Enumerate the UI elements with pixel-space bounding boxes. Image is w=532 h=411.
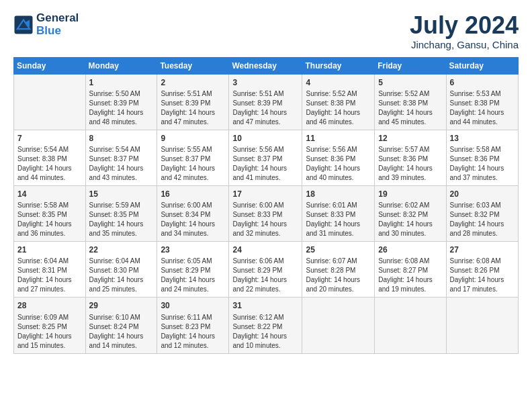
day-info: Sunrise: 6:00 AM Sunset: 8:34 PM Dayligh… bbox=[161, 201, 225, 238]
day-cell: 5Sunrise: 5:52 AM Sunset: 8:38 PM Daylig… bbox=[375, 74, 446, 130]
day-info: Sunrise: 5:51 AM Sunset: 8:39 PM Dayligh… bbox=[232, 89, 298, 127]
day-info: Sunrise: 6:10 AM Sunset: 8:24 PM Dayligh… bbox=[89, 313, 154, 351]
logo-line1: General bbox=[36, 12, 79, 25]
day-number: 10 bbox=[232, 133, 298, 144]
day-info: Sunrise: 6:02 AM Sunset: 8:32 PM Dayligh… bbox=[378, 201, 442, 238]
day-cell: 8Sunrise: 5:54 AM Sunset: 8:37 PM Daylig… bbox=[85, 130, 157, 185]
day-info: Sunrise: 5:52 AM Sunset: 8:38 PM Dayligh… bbox=[306, 89, 371, 127]
day-info: Sunrise: 6:11 AM Sunset: 8:23 PM Dayligh… bbox=[161, 313, 225, 351]
day-number: 6 bbox=[450, 77, 515, 88]
day-cell: 7Sunrise: 5:54 AM Sunset: 8:38 PM Daylig… bbox=[14, 130, 86, 185]
day-number: 24 bbox=[232, 244, 298, 255]
week-row-2: 14Sunrise: 5:58 AM Sunset: 8:35 PM Dayli… bbox=[14, 185, 519, 241]
weekday-header-row: SundayMondayTuesdayWednesdayThursdayFrid… bbox=[14, 57, 519, 74]
day-info: Sunrise: 6:06 AM Sunset: 8:29 PM Dayligh… bbox=[232, 257, 298, 294]
day-cell: 4Sunrise: 5:52 AM Sunset: 8:38 PM Daylig… bbox=[302, 74, 375, 130]
weekday-header-monday: Monday bbox=[85, 57, 157, 74]
weekday-header-friday: Friday bbox=[375, 57, 446, 74]
day-cell: 14Sunrise: 5:58 AM Sunset: 8:35 PM Dayli… bbox=[14, 185, 86, 241]
day-number: 18 bbox=[306, 189, 371, 199]
day-number: 14 bbox=[17, 189, 82, 199]
day-number: 21 bbox=[17, 244, 82, 255]
day-cell: 11Sunrise: 5:56 AM Sunset: 8:36 PM Dayli… bbox=[302, 130, 375, 185]
logo-icon bbox=[13, 15, 34, 35]
day-info: Sunrise: 5:56 AM Sunset: 8:36 PM Dayligh… bbox=[306, 145, 371, 183]
day-info: Sunrise: 5:54 AM Sunset: 8:38 PM Dayligh… bbox=[17, 145, 82, 183]
day-cell: 3Sunrise: 5:51 AM Sunset: 8:39 PM Daylig… bbox=[229, 74, 302, 130]
day-info: Sunrise: 5:54 AM Sunset: 8:37 PM Dayligh… bbox=[89, 145, 154, 183]
day-number: 4 bbox=[306, 77, 371, 88]
day-cell: 15Sunrise: 5:59 AM Sunset: 8:35 PM Dayli… bbox=[85, 185, 157, 241]
day-number: 19 bbox=[378, 189, 442, 199]
day-cell: 29Sunrise: 6:10 AM Sunset: 8:24 PM Dayli… bbox=[85, 298, 157, 353]
day-cell: 22Sunrise: 6:04 AM Sunset: 8:30 PM Dayli… bbox=[85, 242, 157, 298]
day-cell bbox=[302, 298, 375, 353]
day-number: 1 bbox=[89, 77, 154, 88]
day-number: 29 bbox=[89, 300, 154, 311]
day-info: Sunrise: 5:53 AM Sunset: 8:38 PM Dayligh… bbox=[450, 89, 515, 127]
day-number: 22 bbox=[89, 244, 154, 255]
day-number: 2 bbox=[161, 77, 225, 88]
month-title: July 2024 bbox=[410, 12, 519, 39]
day-number: 7 bbox=[17, 133, 82, 144]
day-cell: 25Sunrise: 6:07 AM Sunset: 8:28 PM Dayli… bbox=[302, 242, 375, 298]
day-info: Sunrise: 6:05 AM Sunset: 8:29 PM Dayligh… bbox=[161, 257, 225, 294]
week-row-1: 7Sunrise: 5:54 AM Sunset: 8:38 PM Daylig… bbox=[14, 130, 519, 185]
day-number: 3 bbox=[232, 77, 298, 88]
day-number: 27 bbox=[450, 244, 515, 255]
day-info: Sunrise: 5:59 AM Sunset: 8:35 PM Dayligh… bbox=[89, 201, 154, 238]
location: Jinchang, Gansu, China bbox=[410, 39, 519, 50]
day-info: Sunrise: 5:50 AM Sunset: 8:39 PM Dayligh… bbox=[89, 89, 154, 127]
calendar-table: SundayMondayTuesdayWednesdayThursdayFrid… bbox=[13, 57, 519, 354]
day-info: Sunrise: 5:57 AM Sunset: 8:36 PM Dayligh… bbox=[378, 145, 442, 183]
weekday-header-sunday: Sunday bbox=[14, 57, 86, 74]
day-number: 16 bbox=[161, 189, 225, 199]
day-cell: 17Sunrise: 6:00 AM Sunset: 8:33 PM Dayli… bbox=[229, 185, 302, 241]
day-number: 25 bbox=[306, 244, 371, 255]
day-number: 15 bbox=[89, 189, 154, 199]
day-number: 12 bbox=[378, 133, 442, 144]
weekday-header-wednesday: Wednesday bbox=[229, 57, 302, 74]
day-number: 8 bbox=[89, 133, 154, 144]
day-info: Sunrise: 5:51 AM Sunset: 8:39 PM Dayligh… bbox=[161, 89, 225, 127]
day-cell: 21Sunrise: 6:04 AM Sunset: 8:31 PM Dayli… bbox=[14, 242, 86, 298]
header: General Blue July 2024 Jinchang, Gansu, … bbox=[13, 12, 519, 50]
day-info: Sunrise: 6:00 AM Sunset: 8:33 PM Dayligh… bbox=[232, 201, 298, 238]
day-cell: 6Sunrise: 5:53 AM Sunset: 8:38 PM Daylig… bbox=[446, 74, 518, 130]
day-info: Sunrise: 5:56 AM Sunset: 8:37 PM Dayligh… bbox=[232, 145, 298, 183]
day-cell: 30Sunrise: 6:11 AM Sunset: 8:23 PM Dayli… bbox=[157, 298, 229, 353]
day-cell: 18Sunrise: 6:01 AM Sunset: 8:33 PM Dayli… bbox=[302, 185, 375, 241]
day-cell: 23Sunrise: 6:05 AM Sunset: 8:29 PM Dayli… bbox=[157, 242, 229, 298]
day-cell: 26Sunrise: 6:08 AM Sunset: 8:27 PM Dayli… bbox=[375, 242, 446, 298]
day-number: 30 bbox=[161, 300, 225, 311]
day-number: 23 bbox=[161, 244, 225, 255]
day-cell: 2Sunrise: 5:51 AM Sunset: 8:39 PM Daylig… bbox=[157, 74, 229, 130]
day-info: Sunrise: 6:04 AM Sunset: 8:30 PM Dayligh… bbox=[89, 257, 154, 294]
weekday-header-tuesday: Tuesday bbox=[157, 57, 229, 74]
weekday-header-thursday: Thursday bbox=[302, 57, 375, 74]
day-cell: 27Sunrise: 6:08 AM Sunset: 8:26 PM Dayli… bbox=[446, 242, 518, 298]
day-info: Sunrise: 5:55 AM Sunset: 8:37 PM Dayligh… bbox=[161, 145, 225, 183]
weekday-header-saturday: Saturday bbox=[446, 57, 518, 74]
day-info: Sunrise: 6:12 AM Sunset: 8:22 PM Dayligh… bbox=[232, 313, 298, 351]
day-number: 26 bbox=[378, 244, 442, 255]
day-number: 28 bbox=[17, 300, 82, 311]
day-number: 17 bbox=[232, 189, 298, 199]
day-number: 9 bbox=[161, 133, 225, 144]
day-info: Sunrise: 6:01 AM Sunset: 8:33 PM Dayligh… bbox=[306, 201, 371, 238]
logo: General Blue bbox=[13, 12, 79, 37]
day-cell: 28Sunrise: 6:09 AM Sunset: 8:25 PM Dayli… bbox=[14, 298, 86, 353]
day-cell bbox=[14, 74, 86, 130]
day-info: Sunrise: 5:58 AM Sunset: 8:36 PM Dayligh… bbox=[450, 145, 515, 183]
day-cell: 12Sunrise: 5:57 AM Sunset: 8:36 PM Dayli… bbox=[375, 130, 446, 185]
logo-line2: Blue bbox=[36, 25, 79, 38]
day-cell: 10Sunrise: 5:56 AM Sunset: 8:37 PM Dayli… bbox=[229, 130, 302, 185]
day-cell: 19Sunrise: 6:02 AM Sunset: 8:32 PM Dayli… bbox=[375, 185, 446, 241]
title-area: July 2024 Jinchang, Gansu, China bbox=[410, 12, 519, 50]
day-info: Sunrise: 6:08 AM Sunset: 8:27 PM Dayligh… bbox=[378, 257, 442, 294]
day-info: Sunrise: 6:08 AM Sunset: 8:26 PM Dayligh… bbox=[450, 257, 515, 294]
day-cell: 9Sunrise: 5:55 AM Sunset: 8:37 PM Daylig… bbox=[157, 130, 229, 185]
day-cell: 13Sunrise: 5:58 AM Sunset: 8:36 PM Dayli… bbox=[446, 130, 518, 185]
day-cell: 20Sunrise: 6:03 AM Sunset: 8:32 PM Dayli… bbox=[446, 185, 518, 241]
day-info: Sunrise: 6:04 AM Sunset: 8:31 PM Dayligh… bbox=[17, 257, 82, 294]
